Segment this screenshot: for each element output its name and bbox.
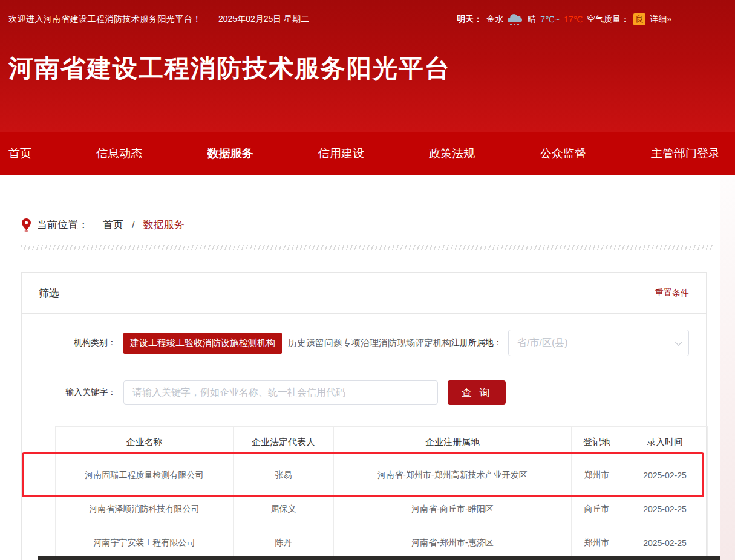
filter-title: 筛选 <box>39 286 59 300</box>
weather-condition: 晴 <box>528 14 536 25</box>
weather-city: 金水 <box>486 14 503 25</box>
topbar: 欢迎进入河南省建设工程消防技术服务阳光平台！ 2025年02月25日 星期二 明… <box>0 0 735 25</box>
cell-legal-rep: 陈丹 <box>234 526 334 560</box>
breadcrumb-label: 当前位置： <box>37 218 88 232</box>
cell-entry-date: 2025-02-25 <box>622 526 708 560</box>
reset-filters-link[interactable]: 重置条件 <box>655 288 689 299</box>
weather-detail-link[interactable]: 详细» <box>650 14 671 25</box>
table-row[interactable]: 河南固瑞工程质量检测有限公司 张易 河南省-郑州市-郑州高新技术产业开发区 郑州… <box>56 458 708 492</box>
breadcrumb: 当前位置： 首页 / 数据服务 <box>22 218 735 232</box>
masthead: 欢迎进入河南省建设工程消防技术服务阳光平台！ 2025年02月25日 星期二 明… <box>0 0 735 132</box>
filter-row-keyword: 输入关键字： 查 询 <box>39 380 689 405</box>
filter-row-category: 机构类别： 建设工程竣工验收消防设施检测机构 历史遗留问题专项治理消防现场评定机… <box>39 330 689 356</box>
main-nav: 首页 信息动态 数据服务 信用建设 政策法规 公众监督 主管部门登录 <box>0 132 735 175</box>
keyword-input[interactable] <box>123 380 438 405</box>
cell-company: 河南省泽顺消防科技有限公司 <box>56 492 234 526</box>
nav-item-supervision[interactable]: 公众监督 <box>540 146 586 161</box>
weather-widget: 明天： 金水 晴 7℃~ 17℃ 空气质量： 良 详细» <box>457 13 671 25</box>
cell-registry-city: 商丘市 <box>572 492 622 526</box>
category-option-selected[interactable]: 建设工程竣工验收消防设施检测机构 <box>123 333 282 354</box>
category-label: 机构类别： <box>39 337 116 348</box>
table-row[interactable]: 河南省泽顺消防科技有限公司 屈保义 河南省-商丘市-睢阳区 商丘市 2025-0… <box>56 492 708 526</box>
cell-registered-region: 河南省-商丘市-睢阳区 <box>334 492 572 526</box>
nav-item-credit[interactable]: 信用建设 <box>318 146 364 161</box>
temp-high: 17℃ <box>564 15 583 24</box>
cell-company: 河南固瑞工程质量检测有限公司 <box>56 458 234 492</box>
col-header-registry-city: 登记地 <box>572 427 622 458</box>
table-row[interactable]: 河南宇宁安装工程有限公司 陈丹 河南省-郑州市-惠济区 郑州市 2025-02-… <box>56 526 708 560</box>
weather-tomorrow-label: 明天： <box>457 14 482 25</box>
filter-panel: 筛选 重置条件 机构类别： 建设工程竣工验收消防设施检测机构 历史遗留问题专项治… <box>21 272 707 560</box>
nav-item-data-service[interactable]: 数据服务 <box>207 146 253 161</box>
filter-panel-header: 筛选 重置条件 <box>22 273 706 314</box>
breadcrumb-separator: / <box>132 219 135 231</box>
keyword-label: 输入关键字： <box>39 387 116 398</box>
table-header-row: 企业名称 企业法定代表人 企业注册属地 登记地 录入时间 <box>56 427 708 458</box>
cloud-icon <box>508 14 523 25</box>
results-table: 企业名称 企业法定代表人 企业注册属地 登记地 录入时间 河南固瑞工程质量检测有… <box>55 426 708 560</box>
region-select-placeholder: 省/市/区(县) <box>517 337 568 350</box>
page: 欢迎进入河南省建设工程消防技术服务阳光平台！ 2025年02月25日 星期二 明… <box>0 0 735 560</box>
col-header-entry-date: 录入时间 <box>622 427 708 458</box>
cell-registered-region: 河南省-郑州市-郑州高新技术产业开发区 <box>334 458 572 492</box>
site-title: 河南省建设工程消防技术服务阳光平台 <box>0 25 735 85</box>
cell-registered-region: 河南省-郑州市-惠济区 <box>334 526 572 560</box>
breadcrumb-home[interactable]: 首页 <box>103 218 123 232</box>
breadcrumb-current[interactable]: 数据服务 <box>143 218 185 232</box>
temp-low: 7℃~ <box>540 15 560 24</box>
region-select[interactable]: 省/市/区(县) <box>508 330 689 356</box>
region-label: 注册所属地： <box>451 337 502 348</box>
nav-item-policy[interactable]: 政策法规 <box>429 146 475 161</box>
slash-divider <box>21 245 714 250</box>
right-edge-gradient <box>720 175 735 560</box>
nav-item-home[interactable]: 首页 <box>8 146 31 161</box>
col-header-legal-rep: 企业法定代表人 <box>234 427 334 458</box>
bottom-dark-bar <box>38 556 720 560</box>
nav-item-admin-login[interactable]: 主管部门登录 <box>651 146 720 161</box>
air-quality-badge: 良 <box>633 13 645 25</box>
cell-company: 河南宇宁安装工程有限公司 <box>56 526 234 560</box>
date-text: 2025年02月25日 星期二 <box>218 14 309 25</box>
cell-entry-date: 2025-02-25 <box>622 458 708 492</box>
search-button[interactable]: 查 询 <box>448 380 506 405</box>
cell-registry-city: 郑州市 <box>572 526 622 560</box>
nav-item-news[interactable]: 信息动态 <box>96 146 142 161</box>
cell-legal-rep: 张易 <box>234 458 334 492</box>
cell-entry-date: 2025-02-25 <box>622 492 708 526</box>
cell-registry-city: 郑州市 <box>572 458 622 492</box>
location-pin-icon <box>22 218 31 232</box>
cell-legal-rep: 屈保义 <box>234 492 334 526</box>
col-header-company: 企业名称 <box>56 427 234 458</box>
air-quality-label: 空气质量： <box>587 14 629 25</box>
category-option-unselected[interactable]: 历史遗留问题专项治理消防现场评定机构 <box>288 337 451 349</box>
col-header-registered-region: 企业注册属地 <box>334 427 572 458</box>
filter-panel-body: 机构类别： 建设工程竣工验收消防设施检测机构 历史遗留问题专项治理消防现场评定机… <box>22 314 706 560</box>
chevron-down-icon <box>675 338 682 346</box>
welcome-text: 欢迎进入河南省建设工程消防技术服务阳光平台！ <box>8 14 201 25</box>
